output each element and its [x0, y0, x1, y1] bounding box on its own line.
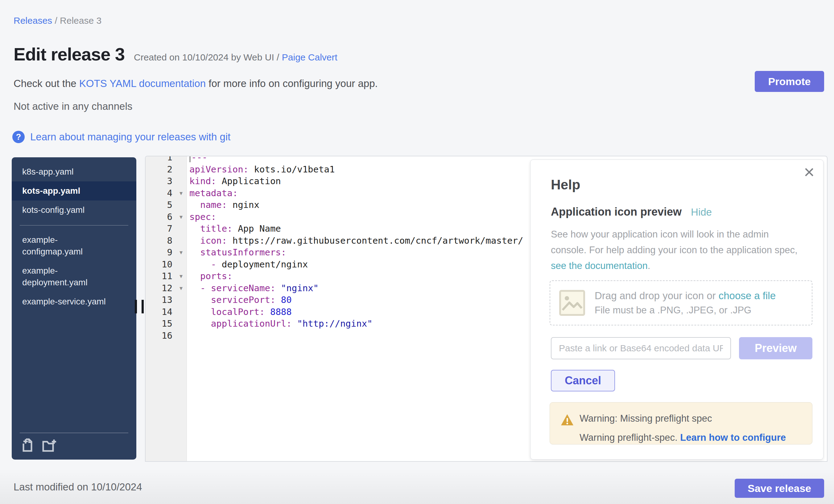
code-text: icon: https://raw.githubusercontent.com/…	[187, 235, 523, 247]
git-help-row: ? Learn about managing your releases wit…	[12, 131, 231, 143]
cancel-button[interactable]: Cancel	[551, 370, 615, 391]
hide-link[interactable]: Hide	[691, 206, 712, 218]
fold-arrow-icon[interactable]: ▾	[179, 282, 182, 294]
file-group-kots: k8s-app.yamlkots-app.yamlkots-config.yam…	[12, 162, 136, 220]
code-text: metadata:	[187, 187, 238, 199]
line-number: 14	[146, 306, 187, 318]
code-text: servicePort: 80	[187, 294, 292, 306]
code-text: spec:	[187, 211, 216, 223]
sidebar-bottom-toolbar	[20, 433, 128, 453]
file-item-k8s-app.yaml[interactable]: k8s-app.yaml	[12, 162, 136, 181]
breadcrumb-separator: /	[54, 16, 60, 26]
resize-bar	[135, 300, 137, 313]
git-releases-link[interactable]: Learn about managing your releases with …	[30, 131, 231, 143]
line-number: 7	[146, 223, 187, 235]
line-number: 8	[146, 235, 187, 247]
line-number: 13	[146, 294, 187, 306]
line-number: 15	[146, 318, 187, 330]
line-number: 16	[146, 330, 187, 342]
code-text: apiVersion: kots.io/v1beta1	[187, 163, 335, 176]
see-documentation-link[interactable]: see the documentation	[551, 260, 648, 271]
file-item-example-deployment.yaml[interactable]: example-deployment.yaml	[12, 261, 136, 292]
line-number: 11▾	[146, 270, 187, 282]
promote-button[interactable]: Promote	[755, 71, 824, 92]
line-number: 5	[146, 199, 187, 211]
code-text: ---	[187, 156, 207, 163]
file-label: example-configmap.yaml	[22, 234, 112, 258]
save-release-button[interactable]: Save release	[735, 479, 824, 498]
warning-icon	[561, 414, 574, 426]
new-file-icon[interactable]	[20, 438, 35, 453]
code-text: applicationUrl: "http://nginx"	[187, 318, 373, 330]
help-panel-title: Help	[551, 177, 580, 193]
fold-arrow-icon[interactable]: ▾	[179, 187, 182, 199]
fold-arrow-icon[interactable]: ▾	[179, 246, 182, 259]
docs-prefix: Check out the	[14, 78, 79, 89]
code-text	[187, 330, 190, 342]
line-number: 9▾	[146, 246, 187, 259]
icon-url-row: Preview	[551, 337, 812, 359]
configure-preflight-link[interactable]: Learn how to configure	[680, 432, 786, 443]
line-number: 1	[146, 156, 187, 163]
preview-button[interactable]: Preview	[739, 337, 812, 359]
fold-arrow-icon[interactable]: ▾	[179, 211, 182, 223]
icon-url-input[interactable]	[551, 337, 731, 359]
kots-yaml-docs-link[interactable]: KOTS YAML documentation	[79, 78, 206, 89]
icon-preview-title: Application icon preview	[551, 205, 682, 218]
choose-file-link[interactable]: choose a file	[719, 290, 776, 301]
code-text: name: nginx	[187, 199, 259, 211]
file-label: kots-app.yaml	[22, 185, 80, 197]
drop-prefix: Drag and drop your icon or	[595, 290, 719, 301]
author-link[interactable]: Paige Calvert	[282, 52, 337, 62]
breadcrumb-current: Release 3	[60, 16, 102, 26]
line-number: 2	[146, 163, 187, 176]
title-row: Edit release 3 Created on 10/10/2024 by …	[14, 44, 337, 64]
icon-preview-description: See how your application icon will look …	[551, 226, 797, 273]
line-number: 4▾	[146, 187, 187, 199]
dropzone-text: Drag and drop your icon or choose a file…	[595, 290, 776, 316]
warning-title: Warning: Missing preflight spec	[579, 413, 806, 424]
close-icon[interactable]: ×	[804, 161, 815, 183]
new-folder-icon[interactable]	[42, 438, 57, 453]
breadcrumb: Releases / Release 3	[14, 16, 102, 26]
line-number: 10	[146, 259, 187, 270]
breadcrumb-releases-link[interactable]: Releases	[14, 16, 52, 26]
created-text: Created on 10/10/2024 by Web UI /	[134, 52, 279, 62]
help-panel: × Help Application icon preview Hide See…	[530, 159, 824, 460]
docs-line: Check out the KOTS YAML documentation fo…	[14, 78, 378, 89]
file-item-kots-config.yaml[interactable]: kots-config.yaml	[12, 200, 136, 220]
code-text: localPort: 8888	[187, 306, 292, 318]
file-item-example-configmap.yaml[interactable]: example-configmap.yaml	[12, 231, 136, 261]
file-label: example-deployment.yaml	[22, 265, 112, 288]
text-cursor	[190, 156, 191, 162]
file-item-example-service.yaml[interactable]: example-service.yaml	[12, 292, 136, 311]
resize-bar	[141, 300, 144, 313]
docs-suffix: for more info on configuring your app.	[206, 78, 378, 89]
code-text: - serviceName: "nginx"	[187, 282, 319, 294]
file-group-examples: example-configmap.yamlexample-deployment…	[12, 231, 136, 311]
file-group-divider	[20, 225, 128, 225]
file-label: kots-config.yaml	[22, 204, 85, 216]
description-line-2: console. For help adding your icon to th…	[551, 245, 797, 256]
line-number: 3	[146, 175, 187, 187]
icon-preview-section-header: Application icon preview Hide	[551, 205, 712, 218]
channel-status: Not active in any channels	[14, 101, 132, 112]
description-line-1: See how your application icon will look …	[551, 229, 769, 240]
file-label: example-service.yaml	[22, 296, 106, 308]
line-number: 6▾	[146, 211, 187, 223]
code-text: kind: Application	[187, 175, 281, 187]
sidebar-resize-handle[interactable]	[135, 300, 144, 313]
file-item-kots-app.yaml[interactable]: kots-app.yaml	[12, 181, 136, 200]
file-tree-sidebar: k8s-app.yamlkots-app.yamlkots-config.yam…	[12, 157, 136, 460]
question-icon: ?	[12, 131, 25, 143]
line-number: 12▾	[146, 282, 187, 294]
preflight-warning-box: Warning: Missing preflight spec Warning …	[550, 402, 812, 444]
code-text: title: App Name	[187, 223, 281, 235]
file-label: k8s-app.yaml	[22, 166, 74, 178]
last-modified-text: Last modified on 10/10/2024	[14, 481, 142, 493]
image-placeholder-icon	[559, 290, 586, 316]
fold-arrow-icon[interactable]: ▾	[179, 270, 182, 282]
code-text: - deployment/nginx	[187, 259, 308, 270]
code-text: ports:	[187, 270, 233, 282]
icon-dropzone[interactable]: Drag and drop your icon or choose a file…	[550, 280, 812, 325]
